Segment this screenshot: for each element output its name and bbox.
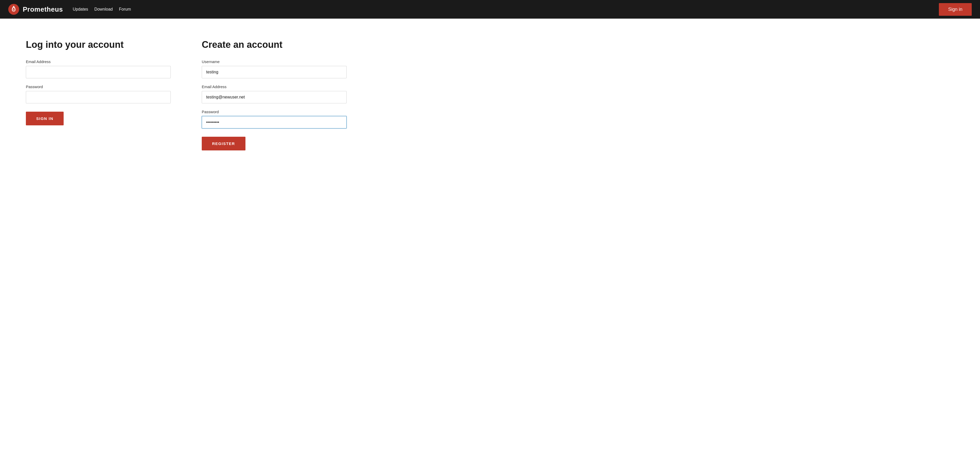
logo-text: Prometheus: [23, 5, 63, 13]
login-email-group: Email Address: [26, 59, 171, 78]
navbar-signin-button[interactable]: Sign in: [939, 3, 972, 16]
register-password-label: Password: [202, 109, 347, 114]
login-password-group: Password: [26, 84, 171, 103]
login-password-label: Password: [26, 84, 171, 89]
login-email-input[interactable]: [26, 66, 171, 78]
nav-link-updates[interactable]: Updates: [73, 7, 88, 12]
register-submit-button[interactable]: REGISTER: [202, 137, 245, 151]
nav-link-forum[interactable]: Forum: [119, 7, 131, 12]
login-title: Log into your account: [26, 39, 171, 50]
register-username-group: Username: [202, 59, 347, 78]
login-email-label: Email Address: [26, 59, 171, 64]
login-submit-button[interactable]: SIGN IN: [26, 112, 64, 125]
login-section: Log into your account Email Address Pass…: [26, 39, 171, 151]
navbar: Prometheus Updates Download Forum Sign i…: [0, 0, 980, 19]
register-username-label: Username: [202, 59, 347, 64]
logo-area: Prometheus: [8, 4, 63, 15]
register-section: Create an account Username Email Address…: [202, 39, 347, 151]
register-password-group: Password: [202, 109, 347, 128]
login-password-input[interactable]: [26, 91, 171, 103]
register-email-group: Email Address: [202, 84, 347, 103]
nav-link-download[interactable]: Download: [94, 7, 113, 12]
nav-links: Updates Download Forum: [73, 7, 131, 12]
main-content: Log into your account Email Address Pass…: [0, 19, 414, 171]
register-password-input[interactable]: [202, 116, 347, 128]
navbar-left: Prometheus Updates Download Forum: [8, 4, 131, 15]
register-email-label: Email Address: [202, 84, 347, 89]
register-username-input[interactable]: [202, 66, 347, 78]
register-title: Create an account: [202, 39, 347, 50]
prometheus-logo-icon: [8, 4, 19, 15]
register-email-input[interactable]: [202, 91, 347, 103]
